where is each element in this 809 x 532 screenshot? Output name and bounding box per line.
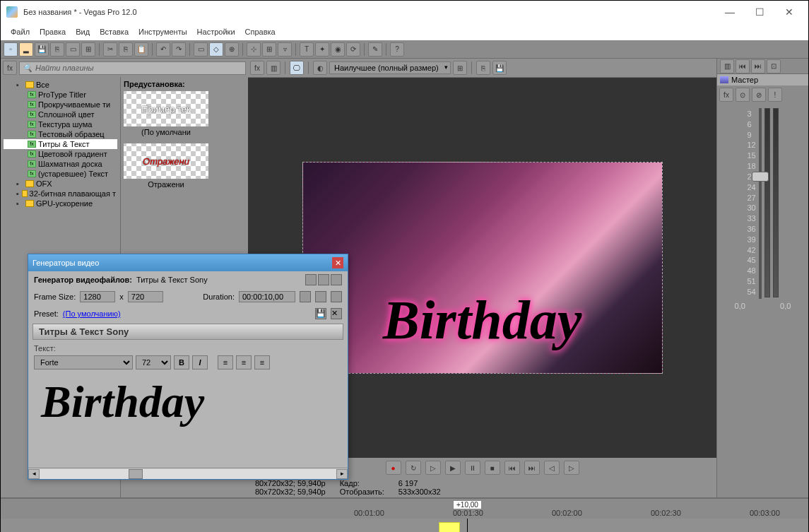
- dialog-hscroll[interactable]: ◂ ▸: [28, 468, 348, 479]
- preview-copy-icon[interactable]: ⎘: [476, 61, 490, 75]
- dialog-close-icon[interactable]: ✕: [332, 257, 343, 268]
- size-selector[interactable]: 72: [136, 355, 171, 370]
- pause-icon[interactable]: ⏸: [465, 461, 480, 475]
- italic-button[interactable]: I: [192, 355, 208, 370]
- tree-item[interactable]: Сплошной цвет: [38, 110, 95, 119]
- preview-fx-icon[interactable]: fx: [250, 61, 264, 75]
- go-end-icon[interactable]: ⏭: [524, 461, 540, 475]
- mute-icon[interactable]: ⊘: [752, 88, 766, 102]
- mixer-prev-icon[interactable]: ⏮: [736, 59, 750, 73]
- stop-icon[interactable]: ■: [485, 461, 500, 475]
- frame-height-input[interactable]: [128, 291, 163, 302]
- plugin-search[interactable]: 🔍 Найти плагины: [19, 61, 246, 75]
- open-icon[interactable]: ▂: [19, 42, 33, 57]
- menu-options[interactable]: Настройки: [193, 26, 240, 37]
- preview-save-icon[interactable]: 💾: [492, 61, 507, 75]
- scroll-thumb[interactable]: [129, 469, 143, 479]
- match-icon[interactable]: [331, 291, 342, 302]
- mixer-more-icon[interactable]: ⊡: [767, 59, 781, 73]
- timeline-marker[interactable]: +10,00: [453, 500, 482, 509]
- paste-icon[interactable]: 📋: [134, 42, 148, 57]
- preview-color-icon[interactable]: ◐: [313, 61, 327, 75]
- tree-folder[interactable]: OFX: [36, 179, 52, 188]
- properties-icon[interactable]: ⊞: [81, 42, 95, 57]
- tree-folder[interactable]: GPU-ускорение: [36, 199, 93, 208]
- brush-icon[interactable]: ✎: [368, 42, 382, 57]
- align-left-icon[interactable]: ≡: [218, 355, 233, 370]
- save-as-icon[interactable]: ⎘: [50, 42, 64, 57]
- snap-icon[interactable]: ⊹: [247, 42, 261, 57]
- dialog-titlebar[interactable]: Генераторы видео ✕: [28, 254, 348, 271]
- grid-icon[interactable]: ⊞: [262, 42, 276, 57]
- undo-icon[interactable]: ↶: [156, 42, 170, 57]
- text-tool-icon[interactable]: T: [300, 42, 314, 57]
- frame-width-input[interactable]: [80, 291, 115, 302]
- duration-spinner-icon[interactable]: [300, 291, 311, 302]
- render-icon[interactable]: ▭: [66, 42, 80, 57]
- tree-root[interactable]: Все: [36, 81, 49, 89]
- next-frame-icon[interactable]: ▷: [564, 461, 579, 475]
- tree-item-selected[interactable]: Титры & Текст: [38, 140, 90, 148]
- redo-icon[interactable]: ↷: [172, 42, 186, 57]
- envelope-tool-icon[interactable]: ◇: [209, 42, 223, 57]
- duration-input[interactable]: [239, 291, 295, 302]
- list-view-icon[interactable]: [318, 274, 329, 285]
- tracks-area[interactable]: [1, 519, 808, 532]
- tree-item[interactable]: (устаревшее) Текст: [38, 170, 108, 178]
- preset-item[interactable]: Пример тек (По умолчани: [124, 91, 208, 138]
- mixer-next-icon[interactable]: ⏭: [751, 59, 765, 73]
- record-icon[interactable]: ●: [386, 461, 401, 475]
- close-button[interactable]: ✕: [776, 2, 803, 22]
- tree-item[interactable]: Шахматная доска: [38, 160, 102, 168]
- timeline-ruler[interactable]: +10,00 00:01:00 00:01:30 00:02:00 00:02:…: [1, 499, 808, 519]
- preview-split-icon[interactable]: ▥: [266, 61, 281, 75]
- fx-bus-icon[interactable]: fx: [719, 88, 733, 102]
- motion-icon[interactable]: ◉: [331, 42, 345, 57]
- marker-icon[interactable]: ▿: [278, 42, 292, 57]
- new-icon[interactable]: ▫: [4, 42, 18, 57]
- selection-tool-icon[interactable]: ▭: [194, 42, 208, 57]
- help-icon[interactable]: ?: [390, 42, 404, 57]
- tree-item[interactable]: Текстура шума: [38, 120, 92, 129]
- fx-icon[interactable]: ✦: [315, 42, 329, 57]
- refresh-icon[interactable]: ⟳: [346, 42, 360, 57]
- preset-selector[interactable]: (По умолчанию): [63, 309, 311, 318]
- insert-bus-icon[interactable]: ⊙: [736, 88, 750, 102]
- tree-item[interactable]: Цветовой градиент: [38, 150, 107, 158]
- preview-grid-icon[interactable]: ⊞: [453, 61, 467, 75]
- preview-monitor-icon[interactable]: 🖵: [290, 61, 304, 75]
- tree-item[interactable]: Прокручиваемые ти: [38, 100, 110, 109]
- tree-folder[interactable]: 32-битная плавающая т: [30, 189, 116, 198]
- font-selector[interactable]: Forte: [34, 355, 133, 370]
- snapshot-icon[interactable]: [315, 291, 326, 302]
- menu-insert[interactable]: Вставка: [95, 26, 133, 37]
- chain-view-icon[interactable]: [305, 274, 317, 285]
- save-preset-icon[interactable]: 💾: [315, 308, 326, 319]
- bold-button[interactable]: B: [174, 355, 189, 370]
- tree-item[interactable]: ProType Titler: [38, 90, 86, 99]
- title-clip[interactable]: [439, 522, 460, 532]
- minimize-button[interactable]: —: [716, 2, 743, 22]
- tree-item[interactable]: Тестовый образец: [38, 130, 105, 138]
- menu-edit[interactable]: Правка: [35, 26, 70, 37]
- prev-frame-icon[interactable]: ◁: [544, 461, 560, 475]
- menu-view[interactable]: Вид: [71, 26, 94, 37]
- mixer-btn-icon[interactable]: ▥: [720, 59, 734, 73]
- go-start-icon[interactable]: ⏮: [504, 461, 520, 475]
- zoom-tool-icon[interactable]: ⊕: [225, 42, 239, 57]
- fader-thumb[interactable]: [752, 172, 769, 182]
- grid-view-icon[interactable]: [331, 274, 342, 285]
- align-center-icon[interactable]: ≡: [236, 355, 252, 370]
- scroll-right-icon[interactable]: ▸: [336, 469, 348, 479]
- copy-icon[interactable]: ⎘: [119, 42, 133, 57]
- align-right-icon[interactable]: ≡: [254, 355, 270, 370]
- menu-file[interactable]: Файл: [6, 26, 34, 37]
- playhead[interactable]: [467, 519, 468, 532]
- scroll-left-icon[interactable]: ◂: [28, 469, 40, 479]
- plugin-fx-icon[interactable]: fx: [3, 61, 17, 75]
- save-icon[interactable]: 💾: [35, 42, 49, 57]
- loop-icon[interactable]: ↻: [406, 461, 421, 475]
- quality-dropdown[interactable]: Наилучшее (полный размер): [329, 61, 451, 74]
- preset-item[interactable]: Отражени Отражени: [124, 143, 208, 190]
- solo-icon[interactable]: !: [768, 88, 782, 102]
